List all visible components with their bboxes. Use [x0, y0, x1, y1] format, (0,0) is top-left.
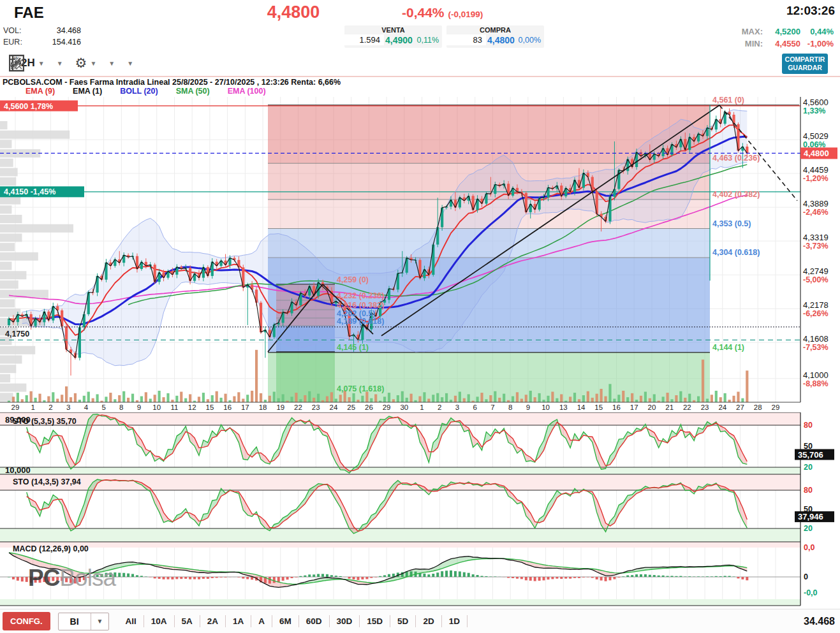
- x-axis-date: 8: [119, 404, 123, 411]
- x-axis-date: 2: [48, 404, 52, 411]
- x-axis-date: 18: [259, 404, 267, 411]
- fib-main-label: 4,463 (0.236): [712, 154, 760, 163]
- x-axis-date: 8: [508, 404, 512, 411]
- chevron-down-icon: ▼: [91, 613, 109, 630]
- draw-tools-button[interactable]: ▼: [127, 60, 133, 67]
- range-button-1d[interactable]: 1D: [442, 615, 468, 627]
- change-abs: (-0,0199): [448, 10, 483, 19]
- x-axis-date: 24: [330, 404, 338, 411]
- vol-label: VOL:: [3, 25, 30, 36]
- range-button-6m[interactable]: 6M: [272, 615, 299, 627]
- ask-price: 4,4900: [384, 35, 414, 45]
- bottom-toolbar: CONFG. BI ▼ All10A5A2A1AA6M60D30D15D5D2D…: [0, 609, 840, 633]
- add-indicator-button[interactable]: ▼: [108, 60, 115, 67]
- fib-main-label: 4,144 (1): [712, 343, 744, 352]
- x-axis-date: 6: [473, 404, 477, 411]
- legend-item-4[interactable]: EMA (100): [228, 87, 266, 97]
- axis-tick-pct: -5,00%: [803, 275, 829, 284]
- chevron-down-icon: ▼: [108, 60, 115, 67]
- range-button-60d[interactable]: 60D: [299, 615, 330, 627]
- range-button-1a[interactable]: 1A: [226, 615, 251, 627]
- x-axis-date: 15: [594, 404, 603, 411]
- range-button-15d[interactable]: 15D: [360, 615, 390, 627]
- range-button-30d[interactable]: 30D: [330, 615, 360, 627]
- chevron-down-icon: ▼: [90, 60, 96, 67]
- panel-scale-20: 20: [804, 524, 813, 533]
- x-axis-date: 20: [648, 404, 656, 411]
- macd-label: MACD (12,26,9) 0,00: [13, 544, 89, 553]
- chevron-down-icon: ▼: [57, 60, 63, 67]
- x-axis-date: 14: [577, 404, 586, 411]
- min-value: 4,4550: [765, 38, 800, 50]
- x-axis-date: 11: [171, 404, 179, 411]
- config-button[interactable]: CONFG.: [3, 612, 50, 630]
- axis-tick-value: 4,1608: [803, 334, 829, 344]
- bid-price: 4,4800: [486, 35, 516, 45]
- axis-tick-value: 4,3889: [803, 199, 829, 208]
- x-axis-date: 2: [438, 404, 441, 411]
- ask-title: VENTA: [344, 25, 442, 34]
- chevron-down-icon: ▼: [38, 60, 45, 67]
- bid-box: COMPRA 83 4,4800 0,00%: [446, 25, 544, 48]
- x-axis-date: 30: [400, 404, 408, 411]
- left-price-label-mid: 4,4150 -1,45%: [4, 187, 55, 196]
- range-button-2d[interactable]: 2D: [416, 615, 441, 627]
- chart-type-selector[interactable]: HA ▼: [57, 60, 63, 67]
- range-button-10a[interactable]: 10A: [144, 615, 175, 627]
- range-button-5d[interactable]: 5D: [390, 615, 416, 627]
- chart-toolbar: 2H ▼ HA ▼ ⚙ ▼ ▼ ▼: [9, 54, 141, 73]
- panel-scale-20: 20: [804, 463, 813, 472]
- x-axis-date: 17: [241, 404, 249, 411]
- axis-tick-pct: 1,33%: [803, 106, 825, 115]
- legend-item-2[interactable]: BOLL (20): [120, 87, 158, 97]
- x-axis-date: 9: [526, 404, 530, 411]
- macd-scale-top: 0,0: [804, 543, 814, 552]
- x-axis-date: 29: [383, 404, 391, 411]
- eur-value: 154.416: [30, 36, 81, 48]
- x-axis-date: 10: [542, 404, 550, 411]
- bid-qty: 83: [446, 34, 486, 45]
- x-axis-date: 24: [718, 404, 726, 411]
- legend-item-1[interactable]: EMA (1): [73, 87, 102, 97]
- chevron-down-icon: ▼: [127, 60, 133, 67]
- x-axis-date: 5: [101, 404, 105, 411]
- x-axis-date: 22: [683, 404, 691, 411]
- save-label: GUARDAR: [783, 64, 827, 72]
- interval-select[interactable]: BI ▼: [58, 613, 110, 630]
- macd-scale-zero: 0: [804, 572, 808, 581]
- indicator-legend: EMA (9)EMA (1)BOLL (20)SMA (50)EMA (100): [26, 87, 266, 97]
- fib-main-label: 4,304 (0.618): [712, 248, 760, 257]
- fib-small-label: 4,075 (1.618): [337, 384, 384, 393]
- fib-main-label: 4,402 (0.382): [712, 190, 760, 199]
- x-axis-date: 29: [11, 404, 20, 411]
- x-axis-date: 1: [31, 404, 35, 411]
- x-axis-date: 4: [84, 404, 89, 411]
- legend-item-3[interactable]: SMA (50): [176, 87, 210, 97]
- range-button-2a[interactable]: 2A: [200, 615, 226, 627]
- gear-icon: ⚙: [75, 57, 87, 69]
- x-axis-date: 16: [612, 404, 621, 411]
- x-axis-date: 7: [490, 404, 494, 411]
- share-label: COMPARTIR: [783, 55, 827, 64]
- current-price-badge: 4,4800: [804, 149, 829, 158]
- left-price-label-upper: 4,5600 1,78%: [4, 102, 53, 111]
- bid-title: COMPRA: [446, 25, 544, 34]
- settings-button[interactable]: ⚙ ▼: [75, 57, 97, 69]
- interval-value: BI: [59, 613, 91, 630]
- bottom-volume-value: 34.468: [804, 616, 835, 627]
- x-axis-date: 9: [137, 404, 141, 411]
- legend-item-0[interactable]: EMA (9): [26, 87, 55, 97]
- x-axis-date: 3: [455, 404, 459, 411]
- share-save-button[interactable]: COMPARTIR GUARDAR: [782, 54, 828, 74]
- timeframe-selector[interactable]: 2H ▼: [21, 57, 45, 69]
- axis-tick-value: 4,5029: [803, 131, 829, 141]
- price-change: -0,44% (-0,0199): [402, 5, 483, 20]
- max-pct: 0,44%: [800, 25, 834, 38]
- main-chart-canvas[interactable]: 4,561 (0)4,463 (0.236)4,402 (0.382)4,353…: [0, 97, 840, 412]
- range-button-5a[interactable]: 5A: [175, 615, 200, 627]
- indicator-panels-canvas[interactable]: 89,000STO (5,3,5) 35,7010,000STO (14,3,5…: [0, 412, 840, 609]
- last-price: 4,4800: [242, 3, 344, 22]
- range-button-a[interactable]: A: [251, 615, 272, 627]
- bid-pct: 0,00%: [516, 36, 544, 45]
- range-button-all[interactable]: All: [118, 615, 144, 627]
